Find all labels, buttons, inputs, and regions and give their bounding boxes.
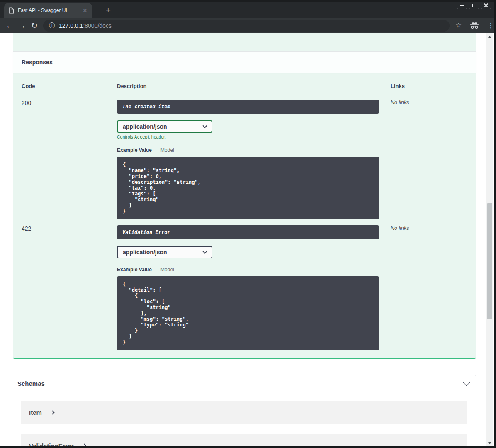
response-code-422: 422 [22,219,117,350]
response-200-description-box: The created item [117,100,379,114]
scroll-down-icon [488,442,491,444]
back-button[interactable]: ← [3,21,16,30]
example-json-block-200: { "name": "string", "price": 0, "descrip… [117,157,379,219]
schemas-header[interactable]: Schemas [12,375,476,392]
page-scrollbar[interactable] [486,33,493,446]
tab-separator [156,267,156,273]
example-json-block-422: { "detail": [ { "loc": [ "string" ], "ms… [117,276,379,350]
incognito-icon [470,22,479,29]
accept-note-suffix: header. [150,134,166,139]
example-model-tabs-422: Example Value Model [117,266,391,273]
media-type-select-200[interactable]: application/json [117,120,212,133]
response-422-description-cell: Validation Error application/json Exampl… [117,219,391,350]
address-bar[interactable]: ⓘ 127.0.0.1 :8000/docs [43,20,450,32]
response-200-description-text: The created item [122,104,170,110]
schemas-section: Schemas Item ValidationError [12,375,476,446]
column-header-code: Code [22,83,117,93]
schemas-body: Item ValidationError [12,392,476,446]
url-host: 127.0.0.1 [59,22,83,29]
browser-titlebar: Fast API - Swagger UI × + [0,0,494,18]
chevron-right-icon [82,444,86,446]
schema-item-row[interactable]: Item [21,401,467,424]
example-json-200: { "name": "string", "price": 0, "descrip… [123,162,373,214]
scroll-up-button[interactable] [486,33,493,40]
url-path: :8000/docs [83,22,112,29]
tab-example-value[interactable]: Example Value [117,267,152,273]
maximize-icon [472,4,476,7]
close-button[interactable] [481,2,491,9]
reload-button[interactable]: ↻ [28,21,41,30]
schema-name: Item [29,409,42,416]
chevron-down-icon[interactable] [463,379,470,386]
tab-example-value[interactable]: Example Value [117,147,152,153]
browser-tab-active[interactable]: Fast API - Swagger UI × [4,3,92,18]
minimize-icon [460,5,464,6]
example-model-tabs-200: Example Value Model [117,147,391,153]
page-favicon-icon [9,7,14,14]
accept-note-prefix: Controls [117,134,134,139]
media-type-select-422[interactable]: application/json [117,246,212,258]
example-json-422: { "detail": [ { "loc": [ "string" ], "ms… [123,281,373,345]
response-code-200: 200 [22,93,117,219]
tab-separator [156,147,156,153]
chevron-down-icon [202,249,207,253]
responses-section-header: Responses [13,51,476,73]
forward-button[interactable]: → [16,21,28,30]
response-422-description-text: Validation Error [122,229,170,235]
schema-validationerror-row[interactable]: ValidationError [21,434,467,446]
column-header-description: Description [117,83,391,93]
new-tab-button[interactable]: + [103,5,114,16]
schemas-title: Schemas [17,380,45,387]
chevron-right-icon [50,411,54,415]
schema-name: ValidationError [29,442,74,446]
tab-title: Fast API - Swagger UI [18,7,81,13]
site-info-icon[interactable]: ⓘ [49,22,55,29]
browser-toolbar: ← → ↻ ⓘ 127.0.0.1 :8000/docs ☆ ⋮ [0,18,494,33]
titlebar-top-strip [0,0,494,2]
chevron-down-icon [202,123,207,128]
tab-model[interactable]: Model [160,267,174,273]
tab-model[interactable]: Model [160,147,174,153]
accept-note-code: Accept [134,134,150,139]
scroll-down-button[interactable] [486,440,493,446]
tab-close-icon[interactable]: × [81,7,89,14]
opblock-spacer [13,33,476,51]
accept-header-note: Controls Accept header. [117,134,391,139]
browser-window: Fast API - Swagger UI × + ← → ↻ ⓘ 127.0.… [0,0,496,448]
responses-table: Code Description Links 200 The created i… [13,73,476,358]
close-icon [484,3,488,7]
response-200-description-cell: The created item application/json Contro… [117,93,391,219]
response-200-links: No links [391,93,468,219]
scrollbar-thumb[interactable] [487,203,492,319]
response-422-description-box: Validation Error [117,225,379,239]
bookmark-star-icon[interactable]: ☆ [455,21,462,30]
swagger-page: Responses Code Description Links 200 The… [0,33,488,446]
post-opblock: Responses Code Description Links 200 The… [13,33,476,359]
window-controls [457,2,491,9]
responses-title: Responses [22,59,53,66]
maximize-button[interactable] [469,2,479,9]
response-422-links: No links [391,219,468,350]
browser-menu-icon[interactable]: ⋮ [487,22,494,29]
media-type-value: application/json [123,123,167,130]
media-type-value: application/json [123,249,167,256]
scroll-up-icon [488,36,491,38]
column-header-links: Links [391,83,468,93]
minimize-button[interactable] [457,2,467,9]
